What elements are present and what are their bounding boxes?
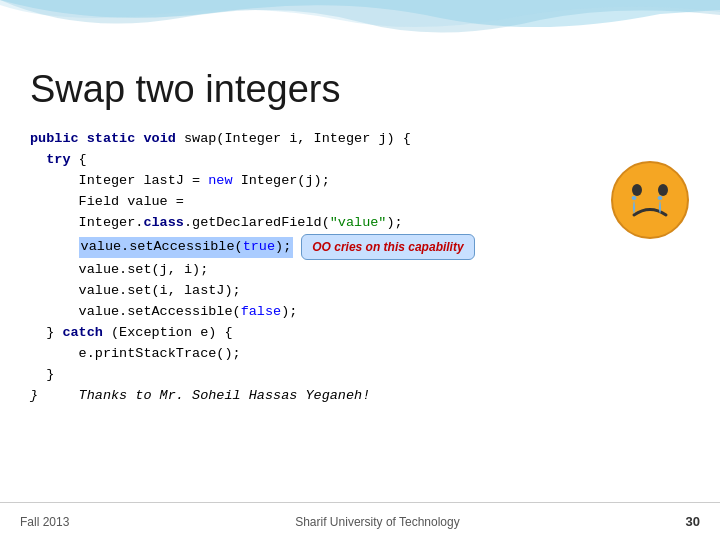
svg-point-3 bbox=[632, 196, 637, 200]
code-line-7: value.set(j, i); bbox=[30, 260, 690, 281]
code-line-11: e.printStackTrace(); bbox=[30, 344, 690, 365]
slide-footer: Fall 2013 Sharif University of Technolog… bbox=[0, 502, 720, 540]
code-line-1: public static void swap(Integer i, Integ… bbox=[30, 129, 690, 150]
code-line-3: Integer lastJ = new Integer(j); bbox=[30, 171, 690, 192]
tooltip-bubble: OO cries on this capability bbox=[301, 234, 474, 261]
wave-decoration bbox=[0, 0, 720, 50]
code-line-8: value.set(i, lastJ); bbox=[30, 281, 690, 302]
code-line-6: value.setAccessible(true);OO cries on th… bbox=[30, 234, 690, 261]
footer-date: Fall 2013 bbox=[20, 515, 69, 529]
svg-point-4 bbox=[658, 196, 663, 200]
svg-point-1 bbox=[632, 184, 642, 196]
code-line-9: value.setAccessible(false); bbox=[30, 302, 690, 323]
code-line-5: Integer.class.getDeclaredField("value"); bbox=[30, 213, 690, 234]
slide-content: Swap two integers public static void swa… bbox=[0, 50, 720, 490]
emoji-face bbox=[610, 160, 690, 240]
slide-title: Swap two integers bbox=[30, 68, 690, 111]
code-line-13: } Thanks to Mr. Soheil Hassas Yeganeh! bbox=[30, 386, 690, 407]
footer-university: Sharif University of Technology bbox=[295, 515, 460, 529]
footer-page: 30 bbox=[686, 514, 700, 529]
code-block: public static void swap(Integer i, Integ… bbox=[30, 129, 690, 407]
code-line-2: try { bbox=[30, 150, 690, 171]
code-line-10: } catch (Exception e) { bbox=[30, 323, 690, 344]
code-line-12: } bbox=[30, 365, 690, 386]
code-line-4: Field value = bbox=[30, 192, 690, 213]
svg-point-0 bbox=[612, 162, 688, 238]
svg-point-2 bbox=[658, 184, 668, 196]
